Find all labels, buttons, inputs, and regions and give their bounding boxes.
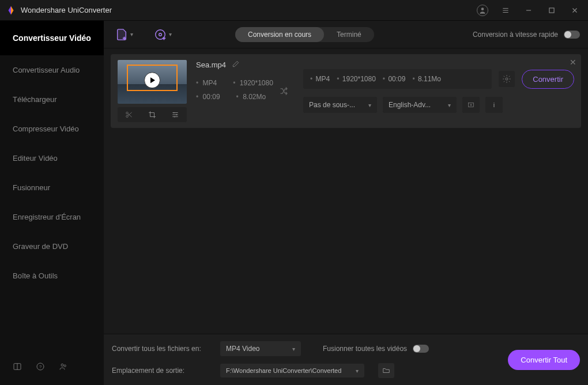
menu-icon[interactable] [498,3,513,18]
input-duration: 00:09 [196,93,220,101]
crop-icon[interactable] [147,110,157,120]
convert-all-button[interactable]: Convertir Tout [508,350,580,370]
input-format: MP4 [196,79,217,87]
sidebar-item-downloader[interactable]: Téléchargeur [0,85,104,114]
output-path-select[interactable]: F:\Wondershare UniConverter\Converted▾ [220,364,364,378]
tab-done[interactable]: Terminé [324,27,374,42]
sidebar-item-dvd[interactable]: Graveur de DVD [0,232,104,261]
remove-file-icon[interactable]: ✕ [570,58,576,67]
svg-point-8 [159,33,162,36]
play-icon[interactable] [144,72,160,88]
sidebar-item-toolbox[interactable]: Boîte à Outils [0,261,104,290]
svg-point-14 [506,78,508,80]
merge-toggle[interactable] [413,345,429,353]
app-logo-icon [6,5,16,16]
input-resolution: 1920*1080 [233,79,273,87]
maximize-icon[interactable] [544,3,559,18]
chevron-down-icon: ▾ [356,368,359,374]
sidebar-item-compressor[interactable]: Compresseur Vidéo [0,114,104,144]
effects-icon[interactable] [170,110,180,120]
account-icon[interactable] [475,3,490,18]
output-size: 8.11Mo [412,75,441,83]
tab-converting[interactable]: Conversion en cours [235,27,324,42]
chevron-down-icon: ▾ [292,346,295,352]
convert-all-label: Convertir tous les fichiers en: [112,345,210,353]
chevron-down-icon: ▾ [169,31,172,37]
svg-point-5 [61,364,63,366]
svg-rect-1 [549,7,554,12]
audio-select[interactable]: English-Adv...▾ [383,97,457,113]
output-format: MP4 [310,75,330,83]
sidebar: Convertisseur Vidéo Convertisseur Audio … [0,21,104,385]
open-folder-icon[interactable] [378,363,394,378]
help-icon[interactable]: ? [36,362,45,373]
sidebar-item-audio-converter[interactable]: Convertisseur Audio [0,55,104,85]
svg-point-6 [64,365,66,367]
sidebar-item-recorder[interactable]: Enregistreur d'Écran [0,202,104,232]
svg-point-11 [174,112,175,114]
community-icon[interactable] [59,362,68,373]
output-duration: 00:09 [383,75,406,83]
footer: Convertir tous les fichiers en: MP4 Vide… [104,334,588,385]
file-card: ✕ Sea.mp4 [111,54,581,128]
convert-button[interactable]: Convertir [522,70,574,89]
trim-icon[interactable] [124,110,134,120]
chevron-down-icon: ▾ [130,31,133,37]
sidebar-item-video-converter[interactable]: Convertisseur Vidéo [0,21,104,55]
app-title: Wondershare UniConverter [21,6,475,14]
chevron-down-icon: ▾ [448,102,451,108]
toolbar: ▾ ▾ Conversion en cours Terminé Conversi… [104,21,588,48]
titlebar: Wondershare UniConverter [0,0,588,21]
merge-label: Fusionner toutes les vidéos [323,345,407,353]
chevron-down-icon: ▾ [368,102,371,108]
add-dvd-button[interactable]: ▾ [150,25,175,44]
tutorial-icon[interactable] [13,362,22,373]
minimize-icon[interactable] [521,3,536,18]
sidebar-item-editor[interactable]: Editeur Vidéo [0,144,104,173]
file-name: Sea.mp4 [196,61,226,69]
rename-icon[interactable] [232,60,240,70]
svg-text:?: ? [39,364,42,369]
subtitle-select[interactable]: Pas de sous-...▾ [303,97,377,113]
remove-track-button[interactable] [462,97,480,113]
convert-arrow-icon [279,85,291,99]
sidebar-item-merger[interactable]: Fusionneur [0,173,104,202]
svg-point-0 [481,7,484,10]
speed-label: Conversion à vitesse rapide [473,31,558,39]
speed-toggle[interactable] [564,31,580,39]
svg-point-13 [174,116,175,118]
input-size: 8.02Mo [236,93,266,101]
svg-point-12 [176,114,177,115]
info-button[interactable]: i [485,97,503,113]
close-icon[interactable] [567,3,582,18]
output-meta: MP4 1920*1080 00:09 8.11Mo [303,69,492,89]
video-thumbnail[interactable] [118,60,187,104]
status-tabs: Conversion en cours Terminé [235,27,374,42]
output-format-select[interactable]: MP4 Video▾ [220,341,301,356]
output-resolution: 1920*1080 [337,75,376,83]
settings-icon[interactable] [499,71,515,87]
add-file-button[interactable]: ▾ [112,25,137,44]
output-path-label: Emplacement de sortie: [112,367,210,375]
